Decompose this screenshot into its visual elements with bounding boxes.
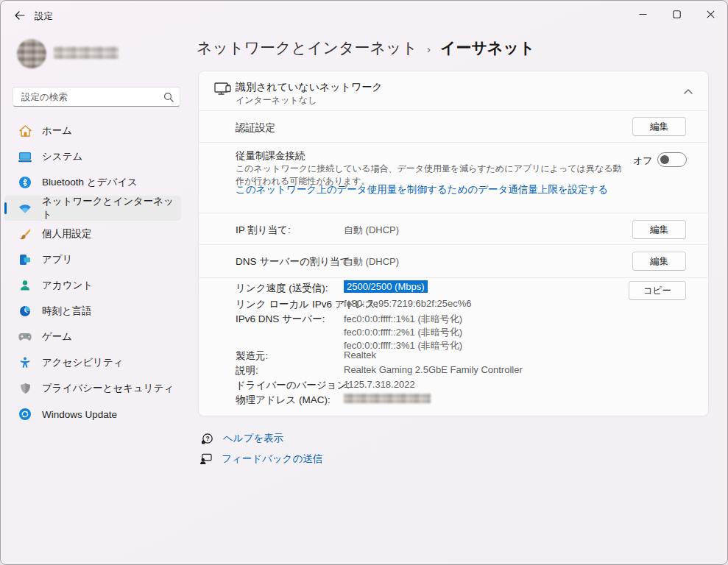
svg-text:?: ?	[205, 435, 209, 442]
sidebar: ホーム システム Bluetooth とデバイス ネットワークとインターネット	[1, 30, 189, 564]
network-name: 識別されていないネットワーク	[236, 81, 383, 94]
divider	[199, 213, 708, 213]
sidebar-item-windows-update[interactable]: Windows Update	[4, 402, 181, 427]
windows-update-icon	[18, 408, 32, 421]
settings-window: 設定	[0, 0, 728, 565]
sidebar-item-label: Windows Update	[42, 409, 117, 420]
auth-settings-label: 認証設定	[236, 121, 275, 135]
feedback-icon	[199, 453, 212, 466]
sidebar-item-personalization[interactable]: 個人用設定	[4, 221, 181, 246]
ipv6-dns-value-1: fec0:0:0:ffff::1%1 (非暗号化)	[344, 313, 462, 326]
sidebar-item-bluetooth[interactable]: Bluetooth とデバイス	[4, 170, 181, 195]
breadcrumb: ネットワークとインターネット › イーサネット	[197, 38, 534, 58]
apps-icon	[18, 253, 32, 266]
metered-connection-label: 従量制課金接続	[236, 149, 305, 163]
ip-edit-button[interactable]: 編集	[632, 220, 686, 239]
back-arrow-icon	[14, 11, 25, 20]
mac-address-value-redacted	[344, 394, 431, 403]
sidebar-item-home[interactable]: ホーム	[4, 118, 181, 143]
dns-edit-button[interactable]: 編集	[632, 252, 686, 271]
paintbrush-icon	[18, 227, 32, 241]
metered-connection-toggle[interactable]	[657, 152, 687, 167]
data-limit-link[interactable]: このネットワーク上のデータ使用量を制御するためのデータ通信量上限を設定する	[236, 183, 608, 196]
ip-assignment-label: IP 割り当て:	[236, 224, 291, 237]
description-label: 説明:	[236, 364, 258, 377]
sidebar-item-label: Bluetooth とデバイス	[42, 176, 138, 189]
send-feedback-link[interactable]: フィードバックの送信	[222, 452, 322, 466]
titlebar: 設定	[1, 1, 727, 30]
ethernet-card: 識別されていないネットワーク インターネットなし 認証設定 編集 従量制課金接続…	[198, 71, 709, 416]
back-button[interactable]	[8, 6, 30, 25]
toggle-state-label: オフ	[633, 154, 653, 168]
help-icon: ?	[201, 433, 213, 445]
sidebar-item-label: ホーム	[42, 124, 72, 138]
sidebar-item-accounts[interactable]: アカウント	[4, 273, 181, 298]
system-icon	[18, 150, 32, 163]
sidebar-item-label: アカウント	[42, 279, 93, 292]
mac-address-label: 物理アドレス (MAC):	[236, 394, 331, 407]
sidebar-item-system[interactable]: システム	[4, 144, 181, 169]
description-value: Realtek Gaming 2.5GbE Family Controller	[344, 364, 523, 375]
ip-assignment-value: 自動 (DHCP)	[344, 224, 399, 237]
dns-assignment-label: DNS サーバーの割り当て:	[236, 255, 353, 269]
link-speed-value-selected[interactable]: 2500/2500 (Mbps)	[344, 280, 428, 293]
sidebar-item-apps[interactable]: アプリ	[4, 247, 181, 272]
time-language-icon	[18, 305, 32, 318]
breadcrumb-parent[interactable]: ネットワークとインターネット	[197, 38, 417, 58]
sidebar-item-network[interactable]: ネットワークとインターネット	[4, 196, 181, 221]
ipv6-dns-label: IPv6 DNS サーバー:	[236, 313, 325, 326]
network-wifi-icon	[18, 202, 32, 215]
main-content: ネットワークとインターネット › イーサネット 識別されていないネットワーク イ…	[189, 30, 727, 564]
home-icon	[18, 124, 32, 138]
sidebar-item-gaming[interactable]: ゲーム	[4, 324, 181, 349]
network-status: インターネットなし	[236, 94, 317, 107]
search-icon	[163, 92, 174, 102]
sidebar-item-accessibility[interactable]: アクセシビリティ	[4, 350, 181, 375]
search-box[interactable]	[13, 87, 180, 107]
sidebar-item-label: 時刻と言語	[42, 305, 92, 318]
accounts-icon	[18, 279, 32, 292]
sidebar-item-label: プライバシーとセキュリティ	[42, 382, 174, 395]
ethernet-icon	[214, 81, 234, 103]
toggle-knob	[660, 155, 669, 164]
accessibility-icon	[18, 356, 32, 369]
maximize-button[interactable]	[660, 1, 693, 27]
breadcrumb-separator-icon: ›	[427, 41, 431, 55]
minimize-icon	[639, 10, 647, 18]
driver-version-label: ドライバーのバージョン:	[236, 379, 350, 392]
get-help-link[interactable]: ヘルプを表示	[223, 432, 283, 445]
dns-assignment-value: 自動 (DHCP)	[344, 255, 399, 269]
gamepad-icon	[18, 330, 32, 344]
sidebar-item-label: ゲーム	[42, 330, 72, 344]
collapse-expander-button[interactable]	[679, 82, 698, 101]
driver-version-value: 1125.7.318.2022	[344, 379, 415, 390]
divider	[199, 277, 708, 278]
sidebar-item-privacy[interactable]: プライバシーとセキュリティ	[4, 376, 181, 401]
divider	[199, 244, 708, 245]
copy-button[interactable]: コピー	[629, 281, 686, 300]
auth-edit-button[interactable]: 編集	[632, 117, 686, 136]
sidebar-item-label: アクセシビリティ	[42, 356, 124, 369]
search-input[interactable]	[21, 92, 163, 102]
feedback-row[interactable]: フィードバックの送信	[199, 452, 322, 466]
user-avatar[interactable]	[17, 39, 46, 68]
link-local-ipv6-value: fe80::7e95:7219:6b2f:25ec%6	[344, 298, 471, 309]
maximize-icon	[673, 10, 681, 18]
bluetooth-icon	[18, 176, 32, 189]
app-title: 設定	[35, 10, 53, 23]
sidebar-item-label: システム	[42, 150, 82, 163]
sidebar-item-label: 個人用設定	[42, 227, 92, 241]
sidebar-item-label: ネットワークとインターネット	[42, 195, 181, 221]
user-name-redacted	[54, 46, 119, 59]
ipv6-dns-value-2: fec0:0:0:ffff::2%1 (非暗号化)	[344, 326, 462, 339]
divider	[199, 142, 708, 143]
manufacturer-value: Realtek	[344, 349, 376, 360]
chevron-up-icon	[684, 89, 693, 94]
sidebar-item-label: アプリ	[42, 253, 72, 266]
get-help-row[interactable]: ? ヘルプを表示	[201, 432, 283, 445]
manufacturer-label: 製造元:	[236, 349, 268, 363]
page-title: イーサネット	[440, 38, 534, 58]
minimize-button[interactable]	[626, 1, 660, 27]
close-button[interactable]	[693, 1, 727, 27]
sidebar-item-time-language[interactable]: 時刻と言語	[4, 299, 181, 324]
